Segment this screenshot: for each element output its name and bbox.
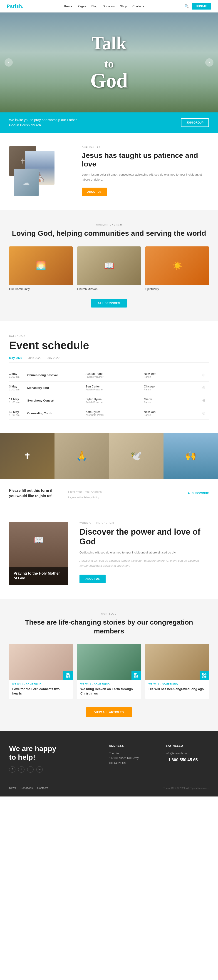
footer-contact-col: Say hello info@example.com +1 800 550 45…: [166, 744, 209, 773]
blog-card-1: 06APR WE WILL · SOMETHING Love for the L…: [9, 644, 73, 699]
nav-link-shop[interactable]: Shop: [120, 5, 127, 8]
blog-card-img-2: 05APR: [77, 644, 141, 680]
join-group-button[interactable]: JOIN GROUP: [181, 118, 209, 127]
footer-address-col: Address The Life...11793 Londen Rd Derby…: [109, 744, 152, 773]
signup-form: I agree to the Privacy Policy ➤ SUBSCRIB…: [68, 488, 209, 499]
footer-address-title: Address: [109, 744, 152, 748]
blog-header: OUR BLOG These are life-changing stories…: [9, 612, 209, 635]
mission-card-img-3: ☀️: [145, 247, 209, 285]
nav-link-home[interactable]: Home: [64, 5, 72, 8]
mission-card-3: ☀️ Spirituality: [145, 247, 209, 292]
hero-banner: We invite you to pray and worship our Fa…: [0, 113, 218, 133]
event-speaker-2: Ben Carter Parish Preacher: [86, 385, 144, 391]
nav-links: HomePagesBlogDonationShopContacts: [64, 4, 144, 8]
blog-label: OUR BLOG: [9, 612, 209, 615]
blog-card-meta-1: WE WILL · SOMETHING: [12, 683, 70, 686]
photo-strip-item-4: 🙌: [164, 433, 218, 479]
mission-card-img-1: 🌅: [9, 247, 73, 285]
nav-link-donation[interactable]: Donation: [103, 5, 115, 8]
signup-section: Please fill out this form if you would l…: [0, 479, 218, 508]
event-location-3: Miami Parish: [144, 398, 202, 404]
hero-title-god: God: [90, 70, 127, 91]
hero-section: ‹ Talk to God ›: [0, 13, 218, 113]
site-logo[interactable]: Parish.: [7, 4, 24, 9]
all-services-button[interactable]: ALL SERVICES: [91, 299, 127, 307]
donate-button[interactable]: DONATE: [192, 3, 211, 10]
work-about-button[interactable]: ABOUT US: [80, 574, 106, 583]
logo-text: Parish: [7, 4, 22, 9]
blog-card-img-3: 04APR: [145, 644, 209, 680]
events-label: CALENDAR: [9, 335, 209, 337]
event-speaker-4: Kate Sykes Associate Pastor: [86, 410, 144, 416]
footer-bottom: NewsDonationsContacts ThemeREX © 2024. A…: [9, 782, 209, 790]
hero-prev-button[interactable]: ‹: [5, 58, 13, 67]
values-description: Lorem ipsum dolor sit amet, consectetur …: [82, 172, 209, 182]
event-speaker-3: Dylan Byrne Parish Preacher: [86, 398, 144, 404]
bible-icon: 📖: [9, 522, 68, 545]
blog-badge-3: 04APR: [200, 671, 209, 680]
work-image: 📖 Praying to the Holy Mother of God: [9, 522, 68, 585]
blog-card-title-1: Love for the Lord connects two hearts: [12, 687, 70, 696]
view-all-articles-button[interactable]: VIEW ALL ARTICLES: [86, 707, 132, 717]
event-location-2: Chicago Parish: [144, 385, 202, 391]
event-expand-icon-4[interactable]: ⊕: [202, 410, 209, 415]
values-about-button[interactable]: ABOUT US: [82, 188, 107, 196]
footer-phone: +1 800 550 45 65: [166, 758, 209, 762]
blog-badge-2: 05APR: [132, 671, 141, 680]
search-button[interactable]: 🔍: [185, 4, 189, 8]
event-date-2: 3 May 11:00 am: [9, 385, 27, 391]
nav-link-pages[interactable]: Pages: [78, 5, 86, 8]
footer-social-icon-g[interactable]: g: [27, 766, 33, 773]
footer-social-icon-t[interactable]: t: [18, 766, 24, 773]
logo-accent: .: [22, 4, 24, 9]
signup-email-input[interactable]: [68, 488, 106, 496]
events-tab-july-2022[interactable]: July 2022: [47, 356, 60, 362]
event-name-4: Counseling Youth: [27, 412, 86, 415]
values-title: Jesus has taught us patience and love: [82, 151, 209, 169]
mission-card-2: 📖 Church Mission: [77, 247, 141, 292]
event-row-4: 18 May 11:00 am Counseling Youth Kate Sy…: [9, 407, 209, 420]
work-desc-1: Qadipscing elit, sed do eiusmod tempor i…: [80, 550, 209, 555]
events-tab-june-2022[interactable]: June 2022: [28, 356, 41, 362]
blog-card-meta-2: WE WILL · SOMETHING: [80, 683, 138, 686]
mission-card-label-3: Spirituality: [145, 285, 209, 292]
event-location-4: New York Parish: [144, 410, 202, 416]
signup-privacy-text: I agree to the Privacy Policy: [68, 496, 184, 499]
event-row-3: 11 May 11:00 am Symphony Concert Dylan B…: [9, 394, 209, 407]
blog-card-meta-3: WE WILL · SOMETHING: [148, 683, 206, 686]
events-tab-may-2022[interactable]: May 2022: [9, 356, 22, 362]
blog-card-2: 05APR WE WILL · SOMETHING We bring Heave…: [77, 644, 141, 699]
work-label: WORK OF THE CHURCH: [80, 522, 209, 524]
footer-address-text: The Life...11793 Londen Rd Derby,OH 4452…: [109, 751, 152, 766]
photo-strip-item-2: 🙏: [54, 433, 109, 479]
navbar: Parish. HomePagesBlogDonationShopContact…: [0, 0, 218, 13]
mission-card-label-2: Church Mission: [77, 285, 141, 292]
work-image-caption: Praying to the Holy Mother of God: [9, 566, 68, 585]
footer-social-icon-f[interactable]: f: [9, 766, 16, 773]
event-name-1: Church Song Festival: [27, 373, 86, 377]
nav-link-contacts[interactable]: Contacts: [132, 5, 144, 8]
hero-next-button[interactable]: ›: [205, 58, 213, 67]
footer-address-line: OH 44521 US: [109, 761, 152, 766]
event-row-1: 1 May 11:00 am Church Song Festival Asht…: [9, 369, 209, 382]
event-expand-icon-1[interactable]: ⊕: [202, 372, 209, 377]
event-expand-icon-3[interactable]: ⊕: [202, 398, 209, 403]
footer-tagline: We are happy to help! ftgin: [9, 744, 95, 773]
event-speaker-1: Ashton Porter Parish Preacher: [86, 372, 144, 378]
values-section: OUR VALUES Jesus has taught us patience …: [0, 133, 218, 210]
photo-strip: ✝ 🙏 🕊️ 🙌: [0, 433, 218, 479]
blog-badge-1: 06APR: [64, 671, 73, 680]
event-expand-icon-2[interactable]: ⊕: [202, 385, 209, 390]
work-content: WORK OF THE CHURCH Discover the power an…: [80, 522, 209, 585]
mission-card-1: 🌅 Our Community: [9, 247, 73, 292]
blog-cards: 06APR WE WILL · SOMETHING Love for the L…: [9, 644, 209, 699]
events-section: CALENDAR Event schedule May 2022June 202…: [0, 321, 218, 433]
footer-nav-news[interactable]: News: [9, 786, 16, 790]
subscribe-button[interactable]: ➤ SUBSCRIBE: [188, 492, 209, 495]
footer-nav-contacts[interactable]: Contacts: [37, 786, 48, 790]
footer-social-icon-in[interactable]: in: [37, 766, 43, 773]
footer-nav-donations[interactable]: Donations: [21, 786, 33, 790]
nav-link-blog[interactable]: Blog: [92, 5, 97, 8]
event-name-3: Symphony Concert: [27, 399, 86, 402]
mission-section: MODERN CHURCH Loving God, helping commun…: [0, 210, 218, 321]
